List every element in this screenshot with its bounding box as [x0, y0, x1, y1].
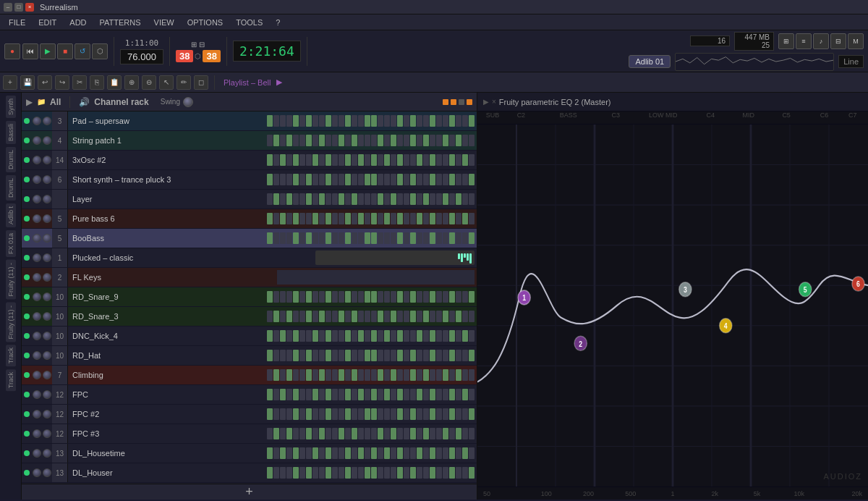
step-3-20[interactable]: [397, 154, 403, 166]
step-3-5[interactable]: [299, 154, 305, 166]
step-7-18[interactable]: [384, 232, 390, 244]
step-16-12[interactable]: [345, 408, 351, 420]
step-17-16[interactable]: [371, 428, 377, 439]
tempo-display[interactable]: 76.000: [120, 49, 163, 64]
step-17-21[interactable]: [404, 428, 409, 439]
step-1-4[interactable]: [293, 115, 299, 127]
step-18-25[interactable]: [430, 447, 435, 459]
step-10-13[interactable]: [352, 291, 357, 303]
step-7-0[interactable]: [267, 232, 273, 244]
maximize-button[interactable]: □: [14, 3, 23, 12]
step-12-24[interactable]: [423, 330, 429, 342]
select-btn[interactable]: ↖: [159, 75, 174, 90]
step-15-25[interactable]: [430, 389, 435, 400]
step-16-4[interactable]: [293, 408, 299, 420]
channel-led-7[interactable]: [24, 235, 30, 241]
channel-knob-7-1[interactable]: [43, 234, 51, 243]
step-16-29[interactable]: [456, 408, 461, 420]
step-17-20[interactable]: [397, 428, 403, 439]
step-5-8[interactable]: [319, 193, 325, 205]
step-6-17[interactable]: [378, 213, 383, 224]
step-17-2[interactable]: [280, 428, 286, 439]
stop-button[interactable]: ■: [57, 43, 73, 59]
step-15-2[interactable]: [280, 389, 286, 400]
step-19-19[interactable]: [391, 467, 396, 479]
step-18-16[interactable]: [371, 447, 377, 459]
step-10-20[interactable]: [397, 291, 403, 303]
channel-row-9[interactable]: 2FL Keys: [22, 268, 477, 287]
step-6-31[interactable]: [469, 213, 475, 224]
step-3-16[interactable]: [371, 154, 377, 166]
step-2-15[interactable]: [365, 135, 370, 146]
step-17-6[interactable]: [306, 428, 312, 439]
step-19-15[interactable]: [365, 467, 370, 479]
step-10-19[interactable]: [391, 291, 396, 303]
step-3-12[interactable]: [345, 154, 351, 166]
step-11-13[interactable]: [352, 311, 357, 322]
step-16-27[interactable]: [443, 408, 448, 420]
step-12-3[interactable]: [286, 330, 292, 342]
step-12-1[interactable]: [273, 330, 279, 342]
step-19-5[interactable]: [299, 467, 305, 479]
step-5-4[interactable]: [293, 193, 299, 205]
step-6-30[interactable]: [462, 213, 468, 224]
step-13-23[interactable]: [417, 350, 422, 361]
step-14-29[interactable]: [456, 369, 461, 381]
step-19-25[interactable]: [430, 467, 435, 479]
channel-knob-17-0[interactable]: [33, 429, 41, 438]
step-14-26[interactable]: [436, 369, 442, 381]
channel-knob-9-0[interactable]: [33, 273, 41, 282]
undo-btn[interactable]: ↩: [38, 75, 52, 90]
step-3-30[interactable]: [462, 154, 468, 166]
step-15-21[interactable]: [404, 389, 409, 400]
step-13-22[interactable]: [410, 350, 416, 361]
channel-knob-10-0[interactable]: [33, 292, 41, 301]
step-14-23[interactable]: [417, 369, 422, 381]
step-3-22[interactable]: [410, 154, 416, 166]
step-3-3[interactable]: [286, 154, 292, 166]
step-2-26[interactable]: [436, 135, 442, 146]
step-3-23[interactable]: [417, 154, 422, 166]
step-16-5[interactable]: [299, 408, 305, 420]
step-14-31[interactable]: [469, 369, 475, 381]
channel-knob-5-1[interactable]: [43, 195, 51, 203]
step-16-22[interactable]: [410, 408, 416, 420]
step-18-19[interactable]: [391, 447, 396, 459]
step-10-26[interactable]: [436, 291, 442, 303]
step-5-3[interactable]: [286, 193, 292, 205]
step-3-1[interactable]: [273, 154, 279, 166]
channel-knob-11-0[interactable]: [33, 312, 41, 321]
step-12-28[interactable]: [449, 330, 455, 342]
step-19-13[interactable]: [352, 467, 357, 479]
step-3-8[interactable]: [319, 154, 325, 166]
step-7-26[interactable]: [436, 232, 442, 244]
step-5-27[interactable]: [443, 193, 448, 205]
step-17-30[interactable]: [462, 428, 468, 439]
channel-led-18[interactable]: [24, 450, 30, 456]
channel-steps-10[interactable]: [265, 291, 477, 303]
step-2-17[interactable]: [378, 135, 383, 146]
step-4-0[interactable]: [267, 174, 273, 185]
channel-knob-4-1[interactable]: [43, 175, 51, 184]
step-11-20[interactable]: [397, 311, 403, 322]
step-4-22[interactable]: [410, 174, 416, 185]
channel-knob-14-0[interactable]: [33, 371, 41, 379]
step-6-23[interactable]: [417, 213, 422, 224]
step-3-6[interactable]: [306, 154, 312, 166]
step-16-19[interactable]: [391, 408, 396, 420]
step-4-5[interactable]: [299, 174, 305, 185]
step-11-6[interactable]: [306, 311, 312, 322]
loop-button[interactable]: ↺: [75, 43, 90, 59]
step-12-7[interactable]: [312, 330, 318, 342]
step-3-18[interactable]: [384, 154, 390, 166]
step-14-4[interactable]: [293, 369, 299, 381]
channel-steps-18[interactable]: [265, 447, 477, 459]
step-1-28[interactable]: [449, 115, 455, 127]
step-3-19[interactable]: [391, 154, 396, 166]
step-19-18[interactable]: [384, 467, 390, 479]
step-5-15[interactable]: [365, 193, 370, 205]
step-10-9[interactable]: [326, 291, 331, 303]
step-3-29[interactable]: [456, 154, 461, 166]
step-12-27[interactable]: [443, 330, 448, 342]
step-3-14[interactable]: [358, 154, 364, 166]
